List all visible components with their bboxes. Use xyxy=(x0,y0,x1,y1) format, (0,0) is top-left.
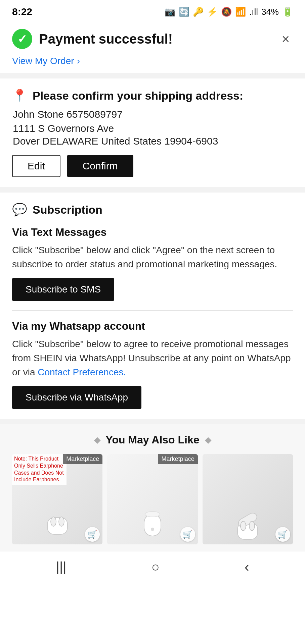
sms-subscription-block: Via Text Messages Click "Subscribe" belo… xyxy=(12,226,293,301)
product-card-2[interactable]: Marketplace 🛒 xyxy=(107,454,198,544)
payment-header: Payment successful! × xyxy=(0,21,305,54)
diamond-left-icon: ◆ xyxy=(94,435,100,445)
sms-block-description: Click "Subscribe" below and click "Agree… xyxy=(12,243,293,271)
payment-title: Payment successful! xyxy=(39,32,173,47)
address-name: John Stone 6575089797 xyxy=(12,109,293,120)
sms-block-title: Via Text Messages xyxy=(12,226,293,238)
svg-rect-0 xyxy=(47,518,68,534)
subscribe-whatsapp-button[interactable]: Subscribe via WhatsApp xyxy=(12,386,141,409)
bottom-navigation: ||| ○ ‹ xyxy=(0,551,305,585)
address-buttons: Edit Confirm xyxy=(12,155,293,177)
cart-icon-2: 🛒 xyxy=(183,530,193,539)
subscription-header: 💬 Subscription xyxy=(12,203,293,217)
view-order-link[interactable]: View My Order › xyxy=(12,56,80,66)
subscribe-sms-button[interactable]: Subscribe to SMS xyxy=(12,278,114,301)
product-note-1: Note: This Product Only Sells Earphone C… xyxy=(12,454,67,485)
svg-point-1 xyxy=(51,517,56,526)
address-line-2: Dover DELAWARE United States 19904-6903 xyxy=(12,136,293,147)
svg-point-9 xyxy=(249,521,255,531)
product-card-1[interactable]: Note: This Product Only Sells Earphone C… xyxy=(12,454,102,544)
you-may-also-like-section: ◆ You May Also Like ◆ Note: This Product… xyxy=(0,424,305,551)
subscription-section: 💬 Subscription Via Text Messages Click "… xyxy=(0,193,305,419)
marketplace-badge-2: Marketplace xyxy=(158,454,198,464)
svg-point-4 xyxy=(145,512,160,517)
svg-point-5 xyxy=(151,528,154,531)
bluetooth-icon: ⚡ xyxy=(207,7,218,17)
shipping-section: 📍 Please confirm your shipping address: … xyxy=(0,78,305,187)
view-order-section: View My Order › xyxy=(0,54,305,73)
product-image-2: Marketplace 🛒 xyxy=(107,454,198,544)
camera-icon: 📷 xyxy=(165,7,175,17)
confirm-address-button[interactable]: Confirm xyxy=(67,155,133,177)
svg-rect-3 xyxy=(144,514,161,536)
add-to-cart-button-3[interactable]: 🛒 xyxy=(275,527,290,542)
payment-title-group: Payment successful! xyxy=(12,29,173,49)
product-image-3: 🛒 xyxy=(203,454,293,544)
shipping-header: 📍 Please confirm your shipping address: xyxy=(12,89,293,103)
edit-address-button[interactable]: Edit xyxy=(12,155,60,177)
product-grid: Note: This Product Only Sells Earphone C… xyxy=(12,454,293,544)
you-may-like-text: You May Also Like xyxy=(105,434,199,446)
subscription-section-title: Subscription xyxy=(33,203,102,216)
airpods-illustration-2 xyxy=(139,511,166,541)
whatsapp-subscription-block: Via my Whatsapp account Click "Subscribe… xyxy=(12,320,293,409)
whatsapp-block-description: Click "Subscribe" below to agree to rece… xyxy=(12,337,293,379)
subscription-sub-divider xyxy=(12,310,293,311)
home-button[interactable]: ○ xyxy=(151,559,160,575)
signal-icon: .ıll xyxy=(249,7,258,17)
close-button[interactable]: × xyxy=(278,30,293,48)
contact-preferences-link[interactable]: Contact Preferences. xyxy=(38,367,126,377)
product-card-3[interactable]: 🛒 xyxy=(203,454,293,544)
back-button[interactable]: ‹ xyxy=(245,559,249,575)
battery-icon: 🔋 xyxy=(282,7,293,17)
key-icon: 🔑 xyxy=(193,7,204,17)
you-may-like-title: ◆ You May Also Like ◆ xyxy=(12,434,293,446)
section-divider-1 xyxy=(0,73,305,78)
subscription-icon: 💬 xyxy=(12,203,27,217)
airpods-illustration-3 xyxy=(232,513,263,543)
address-line-1: 1111 S Governors Ave xyxy=(12,123,293,134)
status-bar: 8:22 📷 🔄 🔑 ⚡ 🔕 📶 .ıll 34% 🔋 xyxy=(0,0,305,21)
product-image-1: Note: This Product Only Sells Earphone C… xyxy=(12,454,102,544)
fingerprint-icon: 🔄 xyxy=(179,7,189,17)
cart-icon-1: 🛒 xyxy=(87,530,97,539)
add-to-cart-button-1[interactable]: 🛒 xyxy=(85,527,100,542)
status-time: 8:22 xyxy=(12,6,32,17)
mute-icon: 🔕 xyxy=(221,7,232,17)
shipping-section-title: Please confirm your shipping address: xyxy=(33,89,243,102)
section-divider-3 xyxy=(0,419,305,424)
menu-button[interactable]: ||| xyxy=(56,559,67,575)
svg-point-2 xyxy=(59,517,64,526)
whatsapp-block-title: Via my Whatsapp account xyxy=(12,320,293,332)
wifi-icon: 📶 xyxy=(235,7,246,17)
cart-icon-3: 🛒 xyxy=(278,530,288,539)
success-check-icon xyxy=(12,29,32,49)
status-icons: 📷 🔄 🔑 ⚡ 🔕 📶 .ıll 34% 🔋 xyxy=(165,7,293,17)
location-pin-icon: 📍 xyxy=(12,89,27,103)
battery-indicator: 34% xyxy=(261,7,279,17)
diamond-right-icon: ◆ xyxy=(205,435,211,445)
airpods-illustration-1 xyxy=(44,511,71,538)
section-divider-2 xyxy=(0,187,305,193)
svg-point-8 xyxy=(241,521,246,531)
marketplace-badge-1: Marketplace xyxy=(63,454,102,464)
add-to-cart-button-2[interactable]: 🛒 xyxy=(180,527,195,542)
